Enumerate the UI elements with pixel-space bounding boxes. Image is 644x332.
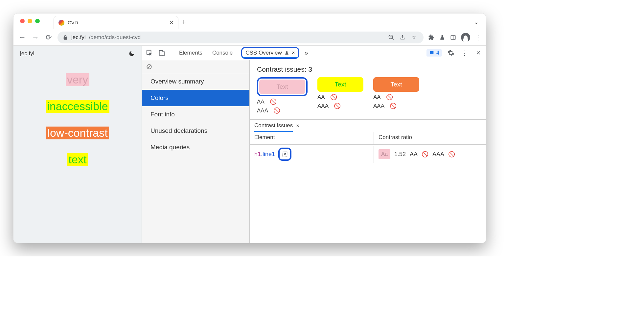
tab-title: CVD: [68, 20, 78, 25]
fail-icon: 🚫: [330, 94, 337, 101]
tab-css-overview-label: CSS Overview: [245, 50, 282, 56]
chat-icon: [429, 50, 434, 56]
inspect-element-icon[interactable]: [145, 48, 154, 58]
svg-rect-3: [451, 36, 455, 39]
flask-icon: [285, 50, 289, 56]
tabs-dropdown-button[interactable]: ⌄: [474, 18, 479, 26]
issues-badge[interactable]: 4: [426, 49, 442, 57]
aaa-label: AAA: [317, 103, 329, 109]
color-swatch: Text: [373, 77, 419, 92]
selector-tag: h1: [254, 151, 261, 157]
browser-tab[interactable]: CVD ×: [54, 16, 178, 29]
fail-icon: 🚫: [448, 151, 455, 158]
issues-tab[interactable]: Contrast issues: [254, 122, 293, 132]
divider: [171, 49, 171, 57]
aaa-label: AAA: [373, 103, 384, 109]
overview-nav: Overview summary Colors Font info Unused…: [142, 73, 249, 155]
demo-word-1: very: [66, 73, 89, 86]
address-bar-row: ← → ⟳ jec.fyi/demo/cds-quest-cvd ☆: [13, 29, 486, 46]
nav-media-queries[interactable]: Media queries: [142, 139, 249, 155]
issues-tab-close[interactable]: ×: [296, 123, 299, 129]
clear-icon[interactable]: [146, 63, 152, 70]
panel-icon[interactable]: [450, 35, 456, 40]
page-header: jec.fyi: [13, 46, 142, 61]
menu-button[interactable]: ⋮: [475, 34, 481, 41]
nav-overview-summary[interactable]: Overview summary: [142, 73, 249, 90]
settings-icon[interactable]: [446, 48, 456, 58]
devtools-menu-button[interactable]: ⋮: [460, 48, 470, 58]
tab-close-button[interactable]: ×: [170, 19, 173, 26]
cell-element: h1.line1: [250, 146, 374, 163]
contrast-summary: Contrast issues: 3 Text AA🚫 AAA🚫: [250, 60, 486, 120]
new-tab-button[interactable]: +: [182, 18, 186, 26]
issues-count: 4: [436, 50, 439, 56]
star-icon[interactable]: ☆: [409, 33, 418, 42]
favicon-icon: [58, 20, 64, 26]
fail-icon: 🚫: [273, 107, 280, 114]
more-tabs-button[interactable]: »: [305, 49, 308, 57]
devtools-close-button[interactable]: ×: [473, 48, 483, 58]
address-bar[interactable]: jec.fyi/demo/cds-quest-cvd ☆: [58, 32, 424, 43]
tab-console[interactable]: Console: [211, 47, 234, 59]
nav-unused-declarations[interactable]: Unused declarations: [142, 123, 249, 139]
reload-button[interactable]: ⟳: [44, 33, 53, 42]
issues-table-header: Element Contrast ratio: [250, 132, 486, 145]
contrast-title-prefix: Contrast issues:: [257, 65, 307, 73]
contrast-card[interactable]: Text AA🚫 AAA🚫: [257, 77, 308, 114]
selector-class: .line1: [261, 151, 275, 157]
page-viewport: jec.fyi very inaccessible low-contrast t…: [13, 46, 142, 243]
contrast-card[interactable]: Text AA🚫 AAA🚫: [317, 77, 363, 114]
extensions-icon[interactable]: [428, 34, 435, 41]
title-bar: CVD × + ⌄: [13, 13, 486, 29]
contrast-count: 3: [308, 65, 312, 73]
aaa-label: AAA: [257, 107, 268, 114]
devtools-topbar-right: 4 ⋮ ×: [426, 48, 483, 58]
overview-main: Contrast issues: 3 Text AA🚫 AAA🚫: [250, 60, 486, 243]
device-toggle-icon[interactable]: [157, 48, 167, 58]
devtools: Elements Console CSS Overview × » 4: [142, 46, 486, 243]
aa-label: AA: [257, 99, 264, 105]
window-close-button[interactable]: [20, 19, 25, 23]
nav-font-info[interactable]: Font info: [142, 106, 249, 123]
color-swatch: Text: [259, 80, 305, 94]
header-contrast-ratio: Contrast ratio: [374, 132, 486, 144]
window-maximize-button[interactable]: [35, 19, 40, 23]
svg-line-9: [148, 65, 151, 68]
nav-colors[interactable]: Colors: [142, 90, 249, 106]
scroll-to-element-icon[interactable]: [278, 148, 291, 161]
forward-button[interactable]: →: [31, 33, 40, 42]
tab-elements[interactable]: Elements: [178, 47, 204, 59]
browser-window: CVD × + ⌄ ← → ⟳ jec.fyi/demo/cds-quest-c…: [13, 13, 486, 243]
devtools-body: Overview summary Colors Font info Unused…: [142, 60, 486, 243]
share-icon[interactable]: [398, 33, 407, 42]
fail-icon: 🚫: [422, 151, 428, 158]
url-host: jec.fyi: [71, 34, 85, 41]
lock-icon: [63, 35, 68, 40]
issues-table-row[interactable]: h1.line1 Aa 1.52 AA 🚫 AAA �: [250, 145, 486, 164]
svg-rect-7: [162, 52, 165, 55]
site-name: jec.fyi: [20, 50, 34, 57]
contrast-card[interactable]: Text AA🚫 AAA🚫: [373, 77, 419, 114]
profile-avatar[interactable]: [461, 33, 470, 42]
devtools-tabs: Elements Console CSS Overview ×: [178, 47, 299, 59]
flask-icon[interactable]: [439, 34, 445, 41]
back-button[interactable]: ←: [18, 33, 27, 42]
contrast-cards: Text AA🚫 AAA🚫 Text AA🚫 AAA🚫: [257, 77, 479, 114]
contrast-title: Contrast issues: 3: [257, 65, 479, 73]
overview-toolbar: [142, 60, 249, 73]
window-minimize-button[interactable]: [28, 19, 32, 23]
ratio-value: 1.52: [394, 151, 406, 158]
zoom-out-icon[interactable]: [387, 33, 396, 42]
tab-close-icon[interactable]: ×: [292, 50, 295, 56]
sample-box: Aa: [379, 149, 390, 159]
cell-contrast-ratio: Aa 1.52 AA 🚫 AAA 🚫: [374, 147, 486, 161]
aa-label: AA: [373, 94, 381, 101]
dark-mode-toggle[interactable]: [128, 50, 135, 57]
tab-css-overview[interactable]: CSS Overview ×: [241, 47, 299, 59]
fail-icon: 🚫: [270, 98, 277, 105]
aa-label: AA: [410, 151, 418, 158]
aaa-label: AAA: [432, 151, 444, 158]
fail-icon: 🚫: [390, 103, 397, 109]
issues-tab-bar: Contrast issues ×: [250, 120, 486, 132]
aa-label: AA: [317, 94, 325, 101]
